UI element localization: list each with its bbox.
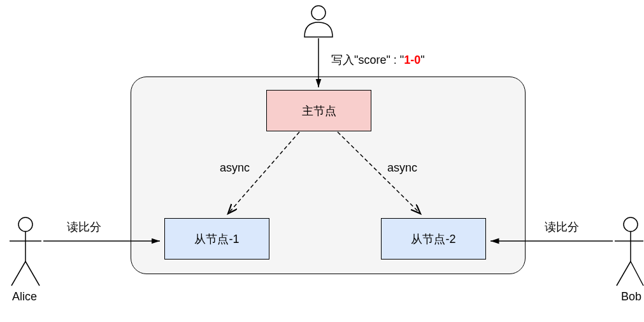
bob-label: Bob [621, 290, 641, 304]
async-label-2: async [387, 161, 417, 175]
bob-icon [615, 217, 643, 286]
svg-point-1 [18, 217, 32, 231]
alice-label: Alice [12, 290, 37, 304]
svg-line-10 [631, 261, 643, 286]
svg-line-9 [617, 261, 631, 286]
svg-point-6 [624, 217, 638, 231]
write-prefix: 写入"score" : " [331, 54, 404, 66]
follower-2-label: 从节点-2 [411, 231, 455, 247]
primary-node: 主节点 [266, 90, 371, 131]
write-value: 1-0 [404, 54, 420, 66]
write-label: 写入"score" : "1-0" [331, 52, 425, 68]
write-suffix: " [420, 54, 424, 66]
async-label-1: async [220, 161, 250, 175]
follower-node-1: 从节点-1 [164, 218, 269, 260]
follower-node-2: 从节点-2 [381, 218, 486, 260]
alice-icon [10, 217, 41, 286]
read-label-2: 读比分 [545, 219, 579, 235]
svg-point-0 [311, 6, 326, 20]
svg-line-5 [25, 261, 39, 286]
primary-node-label: 主节点 [302, 103, 336, 119]
user-icon [304, 6, 333, 37]
svg-line-4 [11, 261, 25, 286]
follower-1-label: 从节点-1 [194, 231, 239, 247]
read-label-1: 读比分 [67, 219, 101, 235]
